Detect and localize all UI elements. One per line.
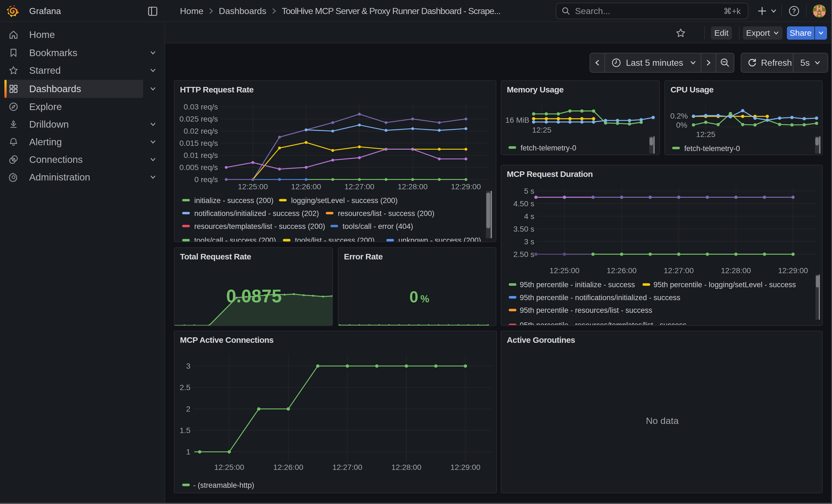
svg-text:2.5: 2.5 bbox=[180, 383, 190, 392]
svg-text:?: ? bbox=[792, 7, 796, 15]
svg-text:resources/templates/list - suc: resources/templates/list - success (200) bbox=[194, 222, 325, 231]
svg-text:95th percentile - resources/te: 95th percentile - resources/templates/li… bbox=[520, 321, 686, 325]
svg-text:12:28:00: 12:28:00 bbox=[397, 182, 427, 191]
svg-text:12:25: 12:25 bbox=[532, 126, 551, 134]
svg-text:fetch-telemetry-0: fetch-telemetry-0 bbox=[684, 144, 740, 153]
svg-text:0.2%: 0.2% bbox=[670, 112, 688, 120]
svg-text:95th percentile - initialize -: 95th percentile - initialize - success bbox=[520, 281, 635, 289]
svg-text:12:28:00: 12:28:00 bbox=[391, 463, 421, 472]
svg-text:3: 3 bbox=[186, 362, 190, 370]
svg-text:0: 0 bbox=[409, 288, 418, 306]
svg-text:12:27:00: 12:27:00 bbox=[332, 463, 362, 472]
svg-text:4.50 s: 4.50 s bbox=[513, 200, 534, 208]
svg-text:0.005 req/s: 0.005 req/s bbox=[179, 163, 218, 172]
svg-text:2: 2 bbox=[186, 405, 190, 413]
svg-text:12:29:00: 12:29:00 bbox=[778, 266, 808, 275]
svg-text:0.0875: 0.0875 bbox=[226, 286, 282, 306]
svg-text:1.5: 1.5 bbox=[180, 426, 190, 435]
svg-text:12:25:00: 12:25:00 bbox=[549, 266, 579, 275]
svg-text:12:26:00: 12:26:00 bbox=[607, 266, 636, 275]
svg-text:tools/call - success (200): tools/call - success (200) bbox=[194, 236, 276, 242]
svg-text:logging/setLevel - success (20: logging/setLevel - success (200) bbox=[291, 196, 397, 205]
svg-text:2.50 s: 2.50 s bbox=[513, 250, 534, 259]
svg-text:0.02 req/s: 0.02 req/s bbox=[183, 127, 218, 135]
svg-text:fetch-telemetry-0: fetch-telemetry-0 bbox=[521, 144, 576, 152]
svg-text:95th percentile - resources/li: 95th percentile - resources/list - succe… bbox=[520, 306, 652, 314]
svg-text:resources/list - success (200): resources/list - success (200) bbox=[338, 209, 435, 218]
svg-text:4 s: 4 s bbox=[524, 212, 534, 221]
svg-text:3 s: 3 s bbox=[524, 237, 534, 246]
svg-text:16 MiB: 16 MiB bbox=[505, 116, 529, 124]
svg-text:12:26:00: 12:26:00 bbox=[273, 463, 303, 472]
svg-text:12:27:00: 12:27:00 bbox=[344, 182, 374, 191]
svg-text:12:28:00: 12:28:00 bbox=[721, 266, 751, 275]
svg-text:95th percentile - logging/setL: 95th percentile - logging/setLevel - suc… bbox=[653, 281, 796, 289]
svg-text:tools/list - success (200): tools/list - success (200) bbox=[295, 236, 375, 242]
svg-text:3.50 s: 3.50 s bbox=[513, 225, 534, 233]
svg-text:12:25:00: 12:25:00 bbox=[214, 463, 244, 472]
svg-text:12:26:00: 12:26:00 bbox=[291, 182, 321, 191]
svg-text:12:27:00: 12:27:00 bbox=[664, 266, 694, 275]
svg-text:notifications/initialized - su: notifications/initialized - success (202… bbox=[194, 209, 319, 218]
svg-text:12:25:00: 12:25:00 bbox=[238, 182, 268, 191]
svg-text:unknown - success (200): unknown - success (200) bbox=[398, 236, 481, 242]
svg-text:12:29:00: 12:29:00 bbox=[450, 463, 480, 472]
svg-text:12:29:00: 12:29:00 bbox=[451, 182, 481, 191]
svg-text:- (streamable-http): - (streamable-http) bbox=[193, 481, 254, 489]
svg-text:0%: 0% bbox=[676, 121, 687, 129]
svg-text:%: % bbox=[420, 293, 429, 304]
svg-text:5 s: 5 s bbox=[524, 187, 534, 195]
svg-text:tools/call - error (404): tools/call - error (404) bbox=[342, 222, 413, 231]
svg-text:0.03 req/s: 0.03 req/s bbox=[183, 103, 218, 111]
svg-text:initialize - success (200): initialize - success (200) bbox=[194, 196, 274, 205]
svg-text:1: 1 bbox=[186, 448, 190, 456]
svg-text:0.01 req/s: 0.01 req/s bbox=[183, 151, 218, 160]
svg-text:12:25: 12:25 bbox=[696, 130, 716, 139]
svg-text:0.015 req/s: 0.015 req/s bbox=[179, 139, 218, 148]
svg-text:0 req/s: 0 req/s bbox=[194, 175, 218, 184]
svg-text:0.025 req/s: 0.025 req/s bbox=[179, 115, 218, 123]
svg-text:95th percentile - notification: 95th percentile - notifications/initiali… bbox=[520, 294, 680, 302]
